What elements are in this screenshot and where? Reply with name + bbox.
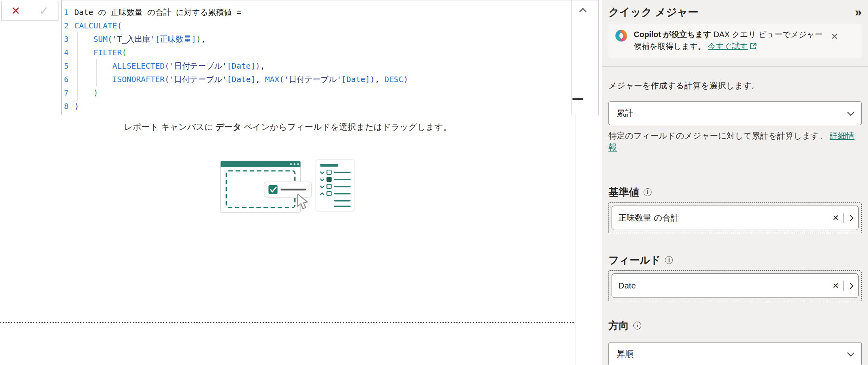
drag-fields-illustration	[220, 158, 356, 223]
info-icon[interactable]: i	[665, 256, 673, 264]
pill-separator	[844, 281, 844, 291]
field-dropzone[interactable]: Date ✕	[608, 270, 862, 301]
formula-bar-gutter	[571, 0, 598, 115]
field-list-graphic	[316, 160, 354, 211]
line-number: 6	[62, 73, 72, 86]
line-number: 8	[62, 99, 72, 113]
code-line[interactable]: 8)	[62, 99, 571, 113]
copilot-banner-bold: Copilot が役立ちます	[634, 30, 711, 39]
dragged-field-graphic	[264, 182, 311, 197]
dismiss-banner-icon[interactable]: ✕	[831, 32, 838, 42]
pill-separator	[844, 213, 844, 223]
chevron-down-icon	[847, 109, 854, 116]
commit-formula-button[interactable]: ✓	[30, 1, 58, 20]
external-link-icon	[749, 42, 757, 50]
copilot-icon	[614, 28, 629, 43]
formula-action-buttons: ✕ ✓	[1, 1, 58, 21]
calculation-dropdown[interactable]: 累計	[608, 101, 862, 125]
collapse-pane-icon[interactable]: »	[855, 6, 862, 18]
remove-field-icon[interactable]: ✕	[832, 213, 839, 223]
code-line[interactable]: 7 )	[62, 86, 571, 99]
line-number: 7	[62, 86, 72, 99]
base-value-field-pill[interactable]: 正味数量 の合計 ✕	[612, 206, 859, 230]
canvas-empty-message: レポート キャンバスに データ ペインからフィールドを選択またはドラッグします。	[0, 121, 576, 134]
cancel-formula-button[interactable]: ✕	[2, 1, 30, 20]
copilot-banner: Copilot が役立ちます DAX クエリ ビューでメジャー候補を取得します。…	[608, 24, 862, 58]
field-field-pill[interactable]: Date ✕	[612, 273, 859, 298]
direction-dropdown[interactable]: 昇順	[608, 342, 862, 365]
calculation-description-text: 特定のフィールドのメジャーに対して累計を計算します。	[608, 131, 830, 140]
collapse-formula-bar-icon[interactable]	[579, 8, 586, 15]
canvas-message-suffix: ペインからフィールドを選択またはドラッグします。	[241, 122, 452, 132]
field-header: フィールド i	[608, 254, 862, 266]
indent-guide	[96, 59, 97, 86]
code-line[interactable]: 2CALCULATE(	[62, 19, 571, 32]
info-icon[interactable]: i	[633, 322, 641, 329]
powerbi-quick-measure-screen: { "formula_bar": { "lines": [ { "num": "…	[0, 0, 868, 365]
direction-dropdown-value: 昇順	[617, 348, 633, 359]
page-boundary-dotted-line	[0, 322, 575, 323]
canvas-message-prefix: レポート キャンバスに	[124, 122, 215, 132]
copilot-banner-text: Copilot が役立ちます DAX クエリ ビューでメジャー候補を取得します。…	[634, 28, 826, 52]
code-line[interactable]: 5 ALLSELECTED('日付テーブル'[Date]),	[62, 59, 571, 73]
code-line[interactable]: 6 ISONORAFTER('日付テーブル'[Date], MAX('日付テーブ…	[62, 73, 571, 86]
try-now-link[interactable]: 今すぐ試す	[708, 42, 747, 51]
line-number: 5	[62, 59, 72, 73]
base-value-dropzone[interactable]: 正味数量 の合計 ✕	[608, 202, 862, 233]
indent-guide	[77, 32, 78, 100]
canvas-message-bold: データ	[215, 122, 241, 132]
line-number: 1	[62, 6, 72, 19]
base-value-label: 基準値	[608, 185, 639, 199]
dax-formula-bar[interactable]: 1Date の 正味数量 の合計 に対する累積値 =2CALCULATE(3 S…	[61, 0, 599, 115]
pane-title: クイック メジャー	[608, 5, 699, 19]
quick-measures-pane: クイック メジャー » Copilot が役立ちます DAX クエリ ビューでメ…	[602, 0, 868, 365]
calculation-dropdown-value: 累計	[617, 108, 633, 119]
chevron-down-icon	[847, 349, 854, 356]
formula-bar-resize-handle[interactable]	[572, 98, 583, 100]
field-field-name: Date	[618, 281, 636, 290]
code-line[interactable]: 3 SUM('T_入出庫'[正味数量]),	[62, 32, 571, 46]
line-number: 4	[62, 46, 72, 59]
code-line[interactable]: 1Date の 正味数量 の合計 に対する累積値 =	[62, 6, 571, 19]
line-number: 2	[62, 19, 72, 32]
line-number: 3	[62, 32, 72, 46]
field-label: フィールド	[608, 253, 661, 267]
direction-label: 方向	[608, 319, 629, 333]
base-value-field-name: 正味数量 の合計	[618, 212, 679, 223]
info-icon[interactable]: i	[644, 188, 651, 196]
calculation-select-label: メジャーを作成する計算を選択します。	[608, 80, 862, 91]
divider	[602, 66, 868, 67]
expand-field-icon[interactable]	[848, 216, 853, 220]
expand-field-icon[interactable]	[848, 284, 853, 288]
direction-header: 方向 i	[608, 319, 862, 332]
calculation-description: 特定のフィールドのメジャーに対して累計を計算します。 詳細情報	[608, 130, 862, 153]
base-value-header: 基準値 i	[608, 186, 862, 198]
code-line[interactable]: 4 FILTER(	[62, 46, 571, 59]
remove-field-icon[interactable]: ✕	[832, 281, 839, 290]
dax-code-editor[interactable]: 1Date の 正味数量 の合計 に対する累積値 =2CALCULATE(3 S…	[62, 0, 571, 115]
